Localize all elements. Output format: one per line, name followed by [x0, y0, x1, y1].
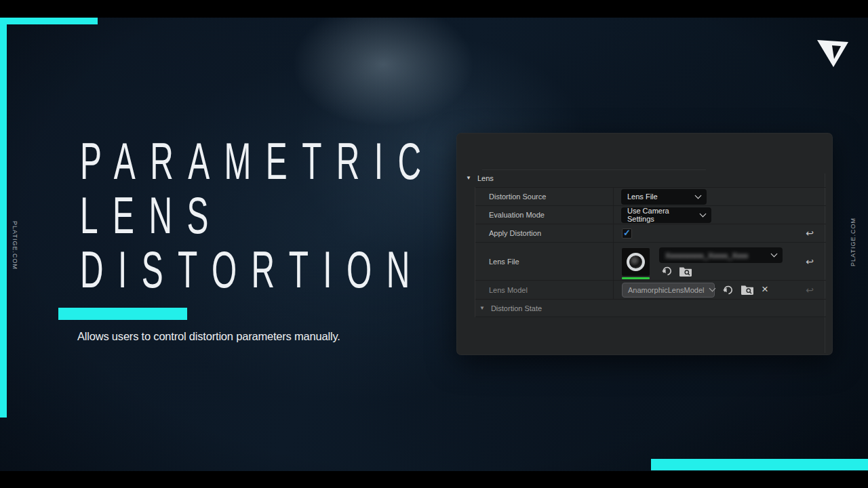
page-title: PARAMETRIC LENS DISTORTION	[80, 134, 436, 297]
row-distortion-state: ▼ Distortion State	[475, 299, 826, 317]
collapse-triangle-icon: ▼	[466, 176, 471, 181]
section-header-distortion-state[interactable]: ▼ Distortion State	[475, 300, 613, 317]
browse-to-asset-folder-icon[interactable]	[679, 266, 692, 277]
watermark-right: PLATIGE.COM	[850, 218, 856, 266]
reset-to-default-button[interactable]: ↩	[806, 228, 814, 239]
panel-divider	[482, 169, 706, 170]
property-label: Evaluation Mode	[475, 206, 613, 224]
lens-file-thumbnail[interactable]	[622, 248, 650, 276]
chevron-down-icon	[709, 285, 715, 292]
row-evaluation-mode: Evaluation Mode Use Camera Settings	[475, 205, 826, 224]
dropdown-value: Lens File	[627, 192, 658, 201]
title-line-1: PARAMETRIC	[80, 134, 436, 188]
property-label: Lens File	[475, 243, 613, 280]
combo-value: AnamorphicLensModel	[628, 286, 705, 294]
letterbox-top	[0, 0, 868, 18]
row-lens-model: Lens Model AnamorphicLensModel	[475, 280, 826, 299]
row-distortion-source: Distortion Source Lens File	[475, 187, 826, 205]
apply-distortion-checkbox[interactable]: ✓	[622, 228, 632, 239]
section-label: Distortion State	[491, 304, 542, 312]
slide: PLATIGE.COM PLATIGE.COM PARAMETRIC LENS …	[0, 0, 868, 488]
title-line-3: DISTORTION	[80, 243, 436, 297]
lens-model-combo[interactable]: AnamorphicLensModel	[622, 283, 715, 298]
asset-name-redacted: Xxxxxxxxxx_Xxxxx_Xxxx	[665, 251, 748, 260]
reset-to-default-button[interactable]: ↩	[806, 256, 814, 267]
chevron-down-icon	[700, 210, 707, 217]
checkmark-icon: ✓	[623, 228, 631, 237]
evaluation-mode-dropdown[interactable]: Use Camera Settings	[622, 208, 711, 222]
asset-type-color-bar	[622, 277, 650, 279]
section-label: Lens	[477, 174, 494, 182]
lens-distortion-settings-panel: ▼ Lens Distortion Source Lens File Evalu…	[456, 133, 833, 355]
title-line-2: LENS	[80, 188, 436, 243]
row-lens-file: Lens File Xxxxxxxxxx_Xxxxx_Xxxx	[475, 242, 826, 280]
lens-file-asset-dropdown[interactable]: Xxxxxxxxxx_Xxxxx_Xxxx	[660, 248, 782, 262]
property-label: Distortion Source	[475, 188, 613, 205]
subtitle: Allows users to control distortion param…	[77, 330, 340, 343]
use-selected-asset-button[interactable]	[661, 266, 672, 277]
cyan-frame-left	[0, 18, 7, 418]
use-selected-asset-button[interactable]	[722, 285, 733, 296]
browse-to-asset-folder-icon[interactable]	[741, 285, 753, 295]
collapse-triangle-icon: ▼	[479, 306, 485, 311]
cyan-frame-top	[0, 18, 98, 24]
reset-to-default-button[interactable]: ↩	[806, 285, 814, 296]
row-apply-distortion: Apply Distortion ✓ ↩	[475, 224, 826, 242]
property-label: Apply Distortion	[475, 224, 613, 242]
clear-asset-button[interactable]: ×	[762, 283, 768, 295]
letterbox-bottom	[0, 471, 868, 488]
platige-logo-icon	[816, 37, 849, 68]
watermark-left: PLATIGE.COM	[12, 221, 18, 270]
chevron-down-icon	[771, 251, 778, 258]
chevron-down-icon	[695, 192, 702, 199]
title-underline-bar	[58, 308, 187, 320]
dropdown-value: Use Camera Settings	[627, 207, 695, 223]
cyan-frame-bottom-right	[651, 459, 868, 470]
property-rows: Distortion Source Lens File Evaluation M…	[475, 187, 826, 317]
property-label: Lens Model	[475, 281, 613, 299]
section-header-lens[interactable]: ▼ Lens	[466, 169, 494, 187]
distortion-source-dropdown[interactable]: Lens File	[622, 190, 706, 204]
camera-lens-icon	[627, 253, 645, 271]
